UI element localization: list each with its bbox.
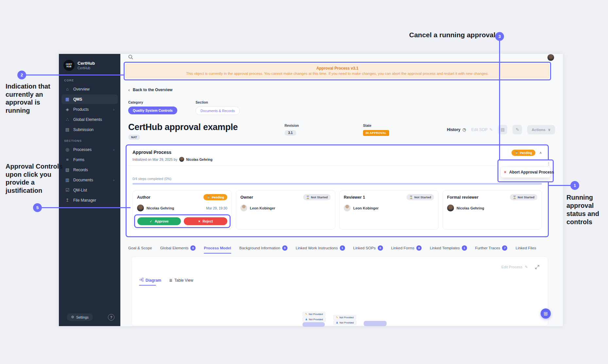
count-badge: 0 — [416, 245, 422, 251]
approval-steps-row: Author ⌛ Pending Nicolas Gehring Mar 29,… — [132, 190, 542, 230]
diagram-icon — [140, 278, 144, 283]
revision-label: Revision — [285, 124, 299, 127]
sidebar-item-global-elements[interactable]: ∴ Global Elements — [61, 115, 118, 124]
help-button[interactable]: ? — [108, 314, 114, 321]
tab-linked-forms[interactable]: Linked Forms0 — [391, 245, 422, 254]
diagram-node-chip[interactable]: ♟ Not Provided — [303, 317, 326, 322]
user-avatar[interactable] — [547, 54, 554, 61]
tab-linked-templates[interactable]: Linked Templates1 — [430, 245, 467, 254]
tab-goal-scope[interactable]: Goal & Scope — [128, 246, 152, 254]
abort-approval-menu-item[interactable]: × Abort Approval Process — [500, 167, 551, 178]
pencil-icon: ✎ — [305, 313, 307, 316]
edit-process-button[interactable]: Edit Process ✎ — [501, 265, 528, 269]
history-button[interactable]: History ◷ — [447, 127, 466, 132]
step-card-reviewer-1: Reviewer 1 ⌛ Not Started Leon Kobinger — [339, 190, 439, 230]
approve-button[interactable]: ✓ Approve — [137, 217, 181, 225]
annotation-2-text: Indication that currently an approval is… — [6, 82, 61, 114]
actions-button[interactable]: Actions ∨ — [527, 125, 555, 134]
annotation-5-marker: 5 — [33, 203, 42, 212]
hourglass-icon: ⌛ — [306, 196, 310, 199]
approval-status-badge: ⌛ Pending — [512, 150, 535, 156]
diagram-node[interactable] — [303, 322, 325, 327]
edit-process-label: Edit Process — [501, 265, 523, 269]
count-badge: 7 — [502, 245, 507, 251]
collapse-chevron-icon[interactable]: ∧ — [539, 151, 542, 155]
nat-badge: NAT — [128, 135, 140, 140]
step-role: Author — [137, 195, 150, 200]
banner-title: Approval Process v3.1 — [129, 66, 546, 71]
edit-sop-button[interactable]: Edit SOP ✎ — [471, 127, 493, 132]
expand-icon[interactable] — [535, 265, 539, 269]
sidebar-item-submission[interactable]: ▤ Submission — [61, 125, 118, 134]
pencil-icon: ✎ — [525, 265, 528, 269]
topbar — [120, 54, 563, 61]
category-field: Category Quality System Controls — [128, 100, 177, 115]
revision-value: 3.1 — [285, 130, 296, 136]
approval-card-header: Approval Process Initialized on Mar 29, … — [127, 145, 548, 165]
sidebar-item-products[interactable]: ◈ Products › — [61, 105, 118, 114]
state-label: State — [363, 124, 389, 127]
back-to-overview-link[interactable]: ‹ Back to the Overview — [128, 87, 563, 92]
sidebar-item-label: Records — [73, 168, 88, 172]
main-content: Approval Process v3.1 This object is cur… — [120, 54, 563, 326]
sidebar-item-overview[interactable]: ⌂ Overview — [61, 84, 118, 94]
diagram-node[interactable] — [364, 321, 387, 326]
tab-diagram[interactable]: Diagram — [140, 278, 161, 286]
diagram-view-tabs: Diagram ≣ Table View — [140, 278, 548, 286]
annotation-3-text: Cancel a running approval — [409, 31, 495, 39]
tab-linked-work-instructions[interactable]: Linked Work Instructions1 — [296, 245, 345, 254]
table-icon: ≣ — [169, 278, 172, 283]
reject-button[interactable]: × Reject — [184, 217, 227, 225]
sidebar-item-label: Submission — [73, 127, 94, 132]
tab-background-information[interactable]: Background Information0 — [239, 245, 287, 254]
sidebar-item-forms[interactable]: ≡ Forms — [61, 155, 118, 164]
brand-title: CertHub — [78, 61, 95, 66]
tab-linked-sops[interactable]: Linked SOPs0 — [353, 245, 383, 254]
diagram-node-chip[interactable]: ✎ Not Provided — [303, 312, 325, 317]
certhub-logo: CERT HUB — [63, 60, 75, 71]
form-icon: ▤ — [501, 127, 505, 132]
tab-further-traces[interactable]: Further Traces7 — [475, 245, 508, 254]
chevron-down-icon: ∨ — [548, 127, 551, 132]
tab-process-model[interactable]: Process Model — [204, 246, 231, 254]
diagram-node-chip[interactable]: ✎ Not Provided — [333, 315, 356, 320]
edit-icon-button[interactable]: ✎ — [512, 125, 522, 134]
diagram-node-chip[interactable]: ♟ Not Provided — [333, 320, 356, 325]
step-card-owner: Owner ⌛ Not Started Leon Kobinger — [236, 190, 335, 230]
annotation-5-text: Approval Controls upon click you provide… — [6, 162, 66, 194]
tab-linked-files[interactable]: Linked Files — [515, 246, 536, 254]
sidebar-item-qms[interactable]: ▦ QMS — [61, 94, 118, 104]
chevron-right-icon: › — [113, 108, 114, 111]
approval-card-body: 0/4 steps completed (0%) Author ⌛ Pendin… — [127, 166, 548, 236]
annotation-1-marker: 1 — [570, 181, 579, 190]
grid-icon: ⊞ — [544, 311, 548, 317]
sidebar-item-label: QM-List — [73, 188, 87, 192]
sidebar-item-processes[interactable]: ◎ Processes › — [61, 145, 118, 154]
person-icon: ♟ — [336, 321, 338, 324]
tab-table-view[interactable]: ≣ Table View — [169, 278, 193, 286]
sidebar-item-qm-list[interactable]: ☑ QM-List — [61, 185, 118, 195]
step-date: Mar 29, 19:30 — [206, 206, 227, 210]
settings-button[interactable]: ⚙ Settings — [67, 313, 93, 321]
annotation-3-line — [499, 41, 500, 160]
title-controls: History ◷ Edit SOP ✎ ▤ ✎ Actions ∨ — [447, 125, 555, 134]
search-icon[interactable] — [128, 55, 133, 61]
sidebar-item-documents[interactable]: ▥ Documents › — [61, 175, 118, 185]
widget-fab-button[interactable]: ⊞ — [541, 308, 551, 319]
core-section-label: CORE — [59, 74, 120, 84]
sidebar-item-label: File Manager — [73, 198, 96, 203]
back-link-label: Back to the Overview — [133, 88, 172, 92]
annotation-box-1: Approval Process Initialized on Mar 29, … — [126, 144, 549, 237]
tab-global-elements[interactable]: Global Elements0 — [160, 245, 196, 254]
section-pill[interactable]: Documents & Records — [196, 107, 240, 115]
x-icon: × — [198, 219, 200, 223]
sidebar-item-label: Overview — [73, 87, 90, 91]
overflow-menu-icon[interactable]: ⋮ — [500, 161, 551, 166]
category-section-row: Category Quality System Controls Section… — [128, 100, 563, 115]
approval-title: Approval Process — [132, 150, 213, 155]
category-pill[interactable]: Quality System Controls — [128, 107, 177, 114]
step-role: Reviewer 1 — [344, 195, 365, 200]
approval-subtitle: Initialized on Mar 29, 2025 by Nicolas G… — [132, 157, 213, 162]
sidebar-item-file-manager[interactable]: ↥ File Manager — [61, 195, 118, 205]
sidebar-item-records[interactable]: ▧ Records — [61, 165, 118, 174]
